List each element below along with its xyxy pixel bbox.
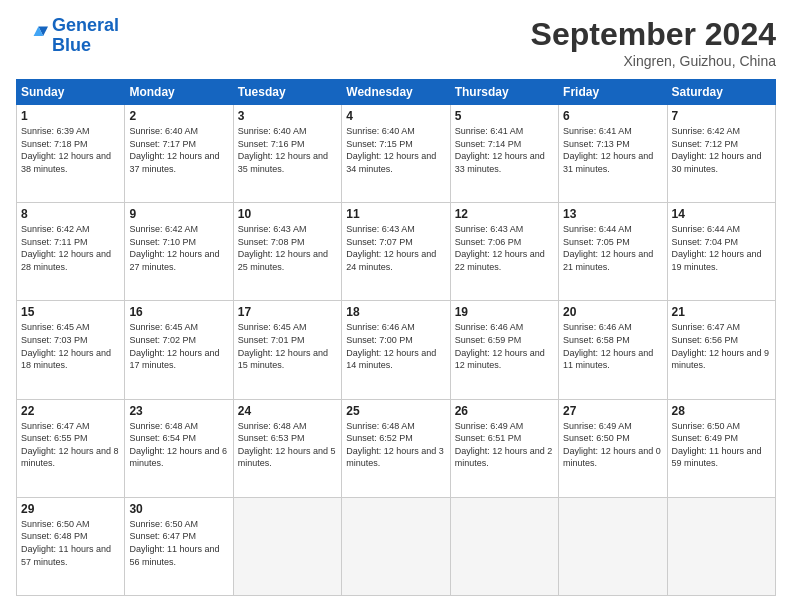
day-info: Sunrise: 6:42 AM Sunset: 7:11 PM Dayligh… [21, 223, 120, 273]
sunset-label: Sunset: 7:14 PM [455, 139, 522, 149]
daylight-label: Daylight: 12 hours and 38 minutes. [21, 151, 111, 174]
day-number: 28 [672, 404, 771, 418]
day-info: Sunrise: 6:47 AM Sunset: 6:56 PM Dayligh… [672, 321, 771, 371]
sunrise-label: Sunrise: 6:47 AM [672, 322, 741, 332]
header: General Blue September 2024 Xingren, Gui… [16, 16, 776, 69]
day-info: Sunrise: 6:48 AM Sunset: 6:54 PM Dayligh… [129, 420, 228, 470]
calendar-cell [559, 497, 667, 595]
sunrise-label: Sunrise: 6:48 AM [238, 421, 307, 431]
logo-icon [16, 20, 48, 52]
daylight-label: Daylight: 11 hours and 59 minutes. [672, 446, 762, 469]
logo-text: General Blue [52, 16, 119, 56]
daylight-label: Daylight: 11 hours and 56 minutes. [129, 544, 219, 567]
day-number: 16 [129, 305, 228, 319]
sunset-label: Sunset: 6:58 PM [563, 335, 630, 345]
col-wednesday: Wednesday [342, 80, 450, 105]
day-number: 21 [672, 305, 771, 319]
day-number: 11 [346, 207, 445, 221]
calendar-cell: 4 Sunrise: 6:40 AM Sunset: 7:15 PM Dayli… [342, 105, 450, 203]
calendar-cell: 7 Sunrise: 6:42 AM Sunset: 7:12 PM Dayli… [667, 105, 775, 203]
calendar-cell: 21 Sunrise: 6:47 AM Sunset: 6:56 PM Dayl… [667, 301, 775, 399]
page: General Blue September 2024 Xingren, Gui… [0, 0, 792, 612]
day-info: Sunrise: 6:45 AM Sunset: 7:03 PM Dayligh… [21, 321, 120, 371]
daylight-label: Daylight: 12 hours and 35 minutes. [238, 151, 328, 174]
day-info: Sunrise: 6:40 AM Sunset: 7:17 PM Dayligh… [129, 125, 228, 175]
sunset-label: Sunset: 7:08 PM [238, 237, 305, 247]
sunrise-label: Sunrise: 6:42 AM [129, 224, 198, 234]
sunrise-label: Sunrise: 6:50 AM [21, 519, 90, 529]
day-number: 15 [21, 305, 120, 319]
day-info: Sunrise: 6:46 AM Sunset: 6:59 PM Dayligh… [455, 321, 554, 371]
sunset-label: Sunset: 7:03 PM [21, 335, 88, 345]
sunset-label: Sunset: 6:59 PM [455, 335, 522, 345]
daylight-label: Daylight: 12 hours and 12 minutes. [455, 348, 545, 371]
sunset-label: Sunset: 7:16 PM [238, 139, 305, 149]
sunset-label: Sunset: 7:18 PM [21, 139, 88, 149]
daylight-label: Daylight: 12 hours and 34 minutes. [346, 151, 436, 174]
day-number: 29 [21, 502, 120, 516]
day-info: Sunrise: 6:44 AM Sunset: 7:04 PM Dayligh… [672, 223, 771, 273]
calendar-cell [667, 497, 775, 595]
day-info: Sunrise: 6:45 AM Sunset: 7:02 PM Dayligh… [129, 321, 228, 371]
daylight-label: Daylight: 12 hours and 27 minutes. [129, 249, 219, 272]
sunrise-label: Sunrise: 6:40 AM [346, 126, 415, 136]
daylight-label: Daylight: 12 hours and 3 minutes. [346, 446, 444, 469]
calendar-week-row: 22 Sunrise: 6:47 AM Sunset: 6:55 PM Dayl… [17, 399, 776, 497]
day-number: 6 [563, 109, 662, 123]
sunset-label: Sunset: 6:56 PM [672, 335, 739, 345]
day-number: 24 [238, 404, 337, 418]
calendar-cell: 6 Sunrise: 6:41 AM Sunset: 7:13 PM Dayli… [559, 105, 667, 203]
day-info: Sunrise: 6:40 AM Sunset: 7:16 PM Dayligh… [238, 125, 337, 175]
calendar-cell: 2 Sunrise: 6:40 AM Sunset: 7:17 PM Dayli… [125, 105, 233, 203]
sunrise-label: Sunrise: 6:45 AM [238, 322, 307, 332]
sunset-label: Sunset: 7:04 PM [672, 237, 739, 247]
day-info: Sunrise: 6:40 AM Sunset: 7:15 PM Dayligh… [346, 125, 445, 175]
calendar-cell: 12 Sunrise: 6:43 AM Sunset: 7:06 PM Dayl… [450, 203, 558, 301]
sunrise-label: Sunrise: 6:41 AM [455, 126, 524, 136]
day-number: 1 [21, 109, 120, 123]
day-info: Sunrise: 6:43 AM Sunset: 7:06 PM Dayligh… [455, 223, 554, 273]
sunrise-label: Sunrise: 6:48 AM [129, 421, 198, 431]
sunrise-label: Sunrise: 6:50 AM [672, 421, 741, 431]
day-number: 2 [129, 109, 228, 123]
day-number: 13 [563, 207, 662, 221]
day-info: Sunrise: 6:48 AM Sunset: 6:52 PM Dayligh… [346, 420, 445, 470]
calendar-week-row: 1 Sunrise: 6:39 AM Sunset: 7:18 PM Dayli… [17, 105, 776, 203]
calendar-cell: 13 Sunrise: 6:44 AM Sunset: 7:05 PM Dayl… [559, 203, 667, 301]
daylight-label: Daylight: 12 hours and 11 minutes. [563, 348, 653, 371]
sunrise-label: Sunrise: 6:43 AM [455, 224, 524, 234]
daylight-label: Daylight: 12 hours and 30 minutes. [672, 151, 762, 174]
calendar-cell [233, 497, 341, 595]
daylight-label: Daylight: 12 hours and 25 minutes. [238, 249, 328, 272]
daylight-label: Daylight: 12 hours and 14 minutes. [346, 348, 436, 371]
day-number: 12 [455, 207, 554, 221]
sunrise-label: Sunrise: 6:42 AM [21, 224, 90, 234]
day-info: Sunrise: 6:39 AM Sunset: 7:18 PM Dayligh… [21, 125, 120, 175]
day-info: Sunrise: 6:49 AM Sunset: 6:50 PM Dayligh… [563, 420, 662, 470]
sunrise-label: Sunrise: 6:45 AM [21, 322, 90, 332]
day-info: Sunrise: 6:50 AM Sunset: 6:47 PM Dayligh… [129, 518, 228, 568]
sunrise-label: Sunrise: 6:40 AM [129, 126, 198, 136]
day-info: Sunrise: 6:46 AM Sunset: 7:00 PM Dayligh… [346, 321, 445, 371]
day-number: 3 [238, 109, 337, 123]
day-number: 23 [129, 404, 228, 418]
day-info: Sunrise: 6:43 AM Sunset: 7:08 PM Dayligh… [238, 223, 337, 273]
calendar-cell: 15 Sunrise: 6:45 AM Sunset: 7:03 PM Dayl… [17, 301, 125, 399]
sunrise-label: Sunrise: 6:39 AM [21, 126, 90, 136]
sunset-label: Sunset: 6:53 PM [238, 433, 305, 443]
daylight-label: Daylight: 12 hours and 21 minutes. [563, 249, 653, 272]
col-saturday: Saturday [667, 80, 775, 105]
daylight-label: Daylight: 12 hours and 15 minutes. [238, 348, 328, 371]
day-info: Sunrise: 6:45 AM Sunset: 7:01 PM Dayligh… [238, 321, 337, 371]
location: Xingren, Guizhou, China [531, 53, 776, 69]
sunrise-label: Sunrise: 6:43 AM [346, 224, 415, 234]
sunset-label: Sunset: 7:00 PM [346, 335, 413, 345]
calendar-cell: 27 Sunrise: 6:49 AM Sunset: 6:50 PM Dayl… [559, 399, 667, 497]
calendar-cell: 29 Sunrise: 6:50 AM Sunset: 6:48 PM Dayl… [17, 497, 125, 595]
calendar-cell: 20 Sunrise: 6:46 AM Sunset: 6:58 PM Dayl… [559, 301, 667, 399]
sunrise-label: Sunrise: 6:40 AM [238, 126, 307, 136]
sunset-label: Sunset: 6:48 PM [21, 531, 88, 541]
sunset-label: Sunset: 7:02 PM [129, 335, 196, 345]
sunrise-label: Sunrise: 6:45 AM [129, 322, 198, 332]
day-number: 27 [563, 404, 662, 418]
